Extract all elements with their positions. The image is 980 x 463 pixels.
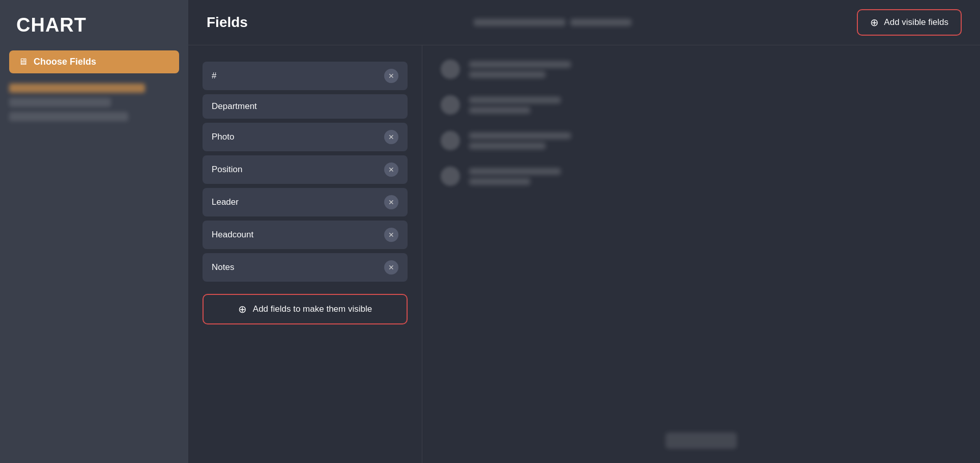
preview-avatar-2 [441,95,460,115]
add-visible-fields-label: Add visible fields [884,17,948,28]
header-center [474,19,631,26]
preview-avatar-3 [441,131,460,150]
content-area: # ✕ Department Photo ✕ Position ✕ Leader… [188,45,980,463]
add-visible-fields-button[interactable]: ⊕ Add visible fields [857,9,962,36]
main-content: Fields ⊕ Add visible fields # ✕ Departme… [188,0,980,463]
preview-row-3 [441,131,962,150]
preview-text-group-4 [469,168,561,185]
field-label-hash: # [212,71,216,81]
preview-text-bar-8 [469,178,530,185]
field-remove-leader[interactable]: ✕ [384,195,398,209]
preview-text-bar-3 [469,97,561,103]
preview-avatar-4 [441,167,460,186]
field-remove-hash[interactable]: ✕ [384,69,398,83]
preview-text-bar-1 [469,61,571,68]
field-label-notes: Notes [212,262,234,273]
field-remove-notes[interactable]: ✕ [384,260,398,275]
field-label-photo: Photo [212,132,234,142]
blurred-bar-1 [9,84,145,93]
preview-row-4 [441,167,962,186]
field-item-department: Department [203,94,408,119]
preview-text-bar-5 [469,132,571,139]
fields-panel: # ✕ Department Photo ✕ Position ✕ Leader… [188,45,422,463]
field-item-position: Position ✕ [203,155,408,184]
field-item-leader: Leader ✕ [203,188,408,216]
blurred-bar-3 [9,112,128,121]
field-label-leader: Leader [212,197,239,207]
header-blurred-bar-2 [570,19,631,26]
preview-avatar-1 [441,60,460,79]
sidebar-nav: 🖥 Choose Fields [0,50,188,73]
preview-text-bar-2 [469,71,545,78]
header-blurred-bar-1 [474,19,565,26]
preview-panel [422,45,980,463]
sidebar-item-choose-fields[interactable]: 🖥 Choose Fields [9,50,179,73]
sidebar: CHART 🖥 Choose Fields [0,0,188,463]
preview-row-2 [441,95,962,115]
plus-circle-icon: ⊕ [870,16,879,29]
field-label-position: Position [212,165,242,175]
preview-text-group-1 [469,61,571,78]
preview-text-bar-6 [469,143,545,149]
add-fields-button[interactable]: ⊕ Add fields to make them visible [203,294,408,324]
choose-fields-icon: 🖥 [18,57,27,67]
field-item-hash: # ✕ [203,62,408,90]
blurred-bar-2 [9,98,111,107]
preview-text-group-2 [469,97,561,114]
add-fields-plus-icon: ⊕ [238,303,247,315]
preview-bottom-bar [666,432,737,449]
preview-text-group-3 [469,132,571,149]
sidebar-blurred-section [0,84,188,121]
app-logo: CHART [0,0,188,50]
preview-text-bar-4 [469,107,530,114]
field-remove-photo[interactable]: ✕ [384,130,398,144]
page-header: Fields ⊕ Add visible fields [188,0,980,45]
field-item-notes: Notes ✕ [203,253,408,282]
field-item-photo: Photo ✕ [203,123,408,151]
field-label-headcount: Headcount [212,230,253,240]
add-fields-label: Add fields to make them visible [253,304,372,314]
page-title: Fields [207,14,248,31]
sidebar-item-label: Choose Fields [34,57,96,67]
field-label-department: Department [212,101,257,112]
preview-text-bar-7 [469,168,561,175]
field-remove-headcount[interactable]: ✕ [384,228,398,242]
field-remove-position[interactable]: ✕ [384,162,398,177]
field-item-headcount: Headcount ✕ [203,221,408,249]
preview-row-1 [441,60,962,79]
